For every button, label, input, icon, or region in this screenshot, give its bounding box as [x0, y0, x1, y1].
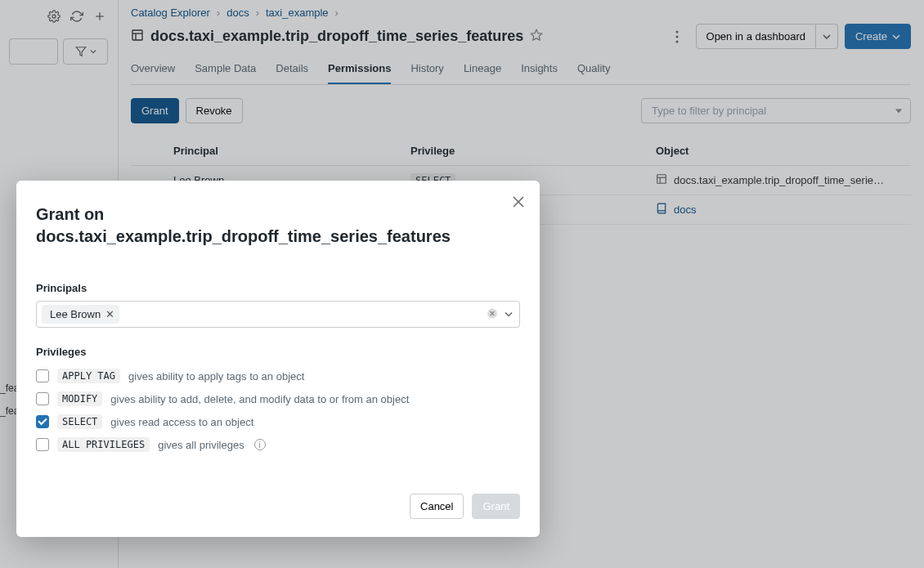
privilege-desc: gives ability to apply tags to an object: [128, 370, 304, 382]
privilege-row[interactable]: MODIFYgives ability to add, delete, and …: [36, 387, 520, 410]
privilege-name: APPLY TAG: [57, 369, 120, 383]
clear-icon[interactable]: [487, 307, 498, 321]
chevron-down-icon[interactable]: [505, 308, 513, 320]
info-icon[interactable]: i: [254, 439, 266, 450]
checkbox[interactable]: [36, 415, 49, 428]
principals-label: Principals: [36, 282, 520, 294]
grant-modal: Grant on docs.taxi_example.trip_dropoff_…: [16, 181, 540, 537]
privilege-row[interactable]: ALL PRIVILEGESgives all privilegesi: [36, 433, 520, 456]
modal-title: Grant on docs.taxi_example.trip_dropoff_…: [36, 203, 520, 248]
privilege-row[interactable]: APPLY TAGgives ability to apply tags to …: [36, 365, 520, 387]
close-icon[interactable]: [509, 192, 528, 212]
principals-input[interactable]: Lee Brown ✕: [36, 301, 520, 328]
privilege-desc: gives all privileges: [158, 439, 244, 451]
privilege-desc: gives read access to an object: [110, 416, 253, 428]
checkbox[interactable]: [36, 438, 49, 451]
checkbox[interactable]: [36, 392, 49, 405]
privilege-desc: gives ability to add, delete, and modify…: [110, 393, 409, 405]
privilege-name: MODIFY: [57, 391, 102, 406]
privilege-row[interactable]: SELECTgives read access to an object: [36, 410, 520, 433]
cancel-button[interactable]: Cancel: [410, 494, 464, 519]
modal-grant-button[interactable]: Grant: [472, 494, 520, 519]
checkbox[interactable]: [36, 369, 49, 382]
chip-remove-icon[interactable]: ✕: [105, 308, 114, 320]
privilege-name: ALL PRIVILEGES: [57, 437, 150, 452]
privileges-label: Privileges: [36, 346, 520, 358]
privilege-name: SELECT: [57, 414, 102, 429]
principal-chip-label: Lee Brown: [50, 308, 101, 320]
principal-chip: Lee Brown ✕: [42, 305, 119, 324]
